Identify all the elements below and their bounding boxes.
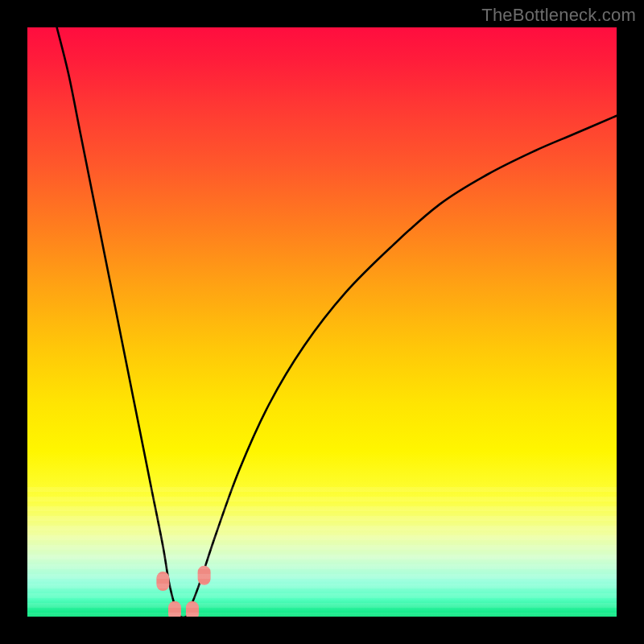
marker-1 [168, 601, 181, 617]
chart-svg [27, 27, 617, 617]
curves-group [57, 27, 617, 617]
curve-right [187, 116, 617, 617]
marker-0 [156, 572, 169, 591]
marker-3 [198, 566, 211, 585]
watermark-text: TheBottleneck.com [481, 5, 636, 26]
chart-frame: TheBottleneck.com [0, 0, 644, 644]
plot-area [27, 27, 617, 617]
marker-2 [186, 601, 199, 617]
markers-group [156, 566, 210, 617]
curve-left [57, 27, 187, 617]
